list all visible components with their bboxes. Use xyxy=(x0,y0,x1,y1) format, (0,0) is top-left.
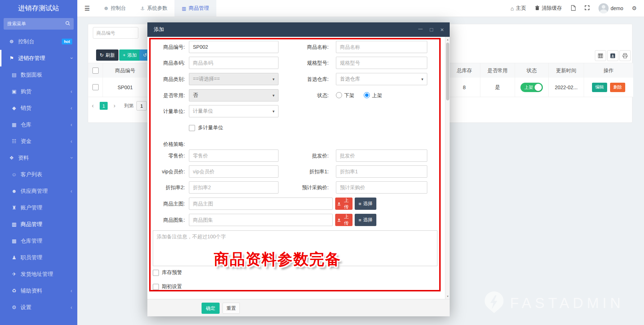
initial-setup-checkbox-row[interactable]: 期初设置 xyxy=(153,283,182,290)
fastadmin-watermark: FASTADMIN xyxy=(484,291,624,315)
col-common[interactable]: 是否常用 xyxy=(480,63,515,78)
caret-down-icon: ▾ xyxy=(421,77,423,82)
sidebar-item-sales[interactable]: ◆ 销货 ‹ xyxy=(0,100,77,116)
changelog-button[interactable] xyxy=(571,5,576,12)
main-image-upload-button[interactable]: 上传 xyxy=(335,198,353,210)
row-select-cell[interactable] xyxy=(88,78,103,97)
wholesale-input[interactable] xyxy=(336,150,427,162)
dashboard-icon: ☸ xyxy=(7,39,16,44)
add-button[interactable]: + 添加 xyxy=(119,49,141,61)
col-status[interactable]: 状态 xyxy=(515,63,549,78)
discount2-input[interactable] xyxy=(189,181,278,194)
edit-button[interactable]: 编辑 xyxy=(592,83,607,92)
multi-unit-checkbox-row[interactable]: 多计量单位 xyxy=(189,125,223,131)
scroll-up-icon[interactable]: ▲ xyxy=(445,38,450,41)
col-stock[interactable]: 总库存 xyxy=(449,63,480,78)
modal-titlebar[interactable]: 添加 — □ × xyxy=(147,22,450,37)
sidebar-item-suppliers[interactable]: ☻ 供应商管理 ‹ xyxy=(0,183,77,199)
cell-actions: 编辑 删除 xyxy=(584,78,633,97)
page-1-button[interactable]: 1 xyxy=(100,102,108,110)
chevron-left-icon: ‹ xyxy=(70,138,72,144)
main-image-choose-button[interactable]: ≡ 选择 xyxy=(355,198,376,210)
restore-icon[interactable]: □ xyxy=(430,27,433,33)
refresh-button[interactable]: ↻ 刷新 xyxy=(96,49,118,61)
category-select[interactable]: ==请选择== ▾ xyxy=(189,73,278,85)
sidebar-item-settings[interactable]: ⚙ 设置 ‹ xyxy=(0,299,77,316)
home-link[interactable]: ⌂ 主页 xyxy=(510,5,526,12)
next-page-icon[interactable]: › xyxy=(110,103,119,109)
columns-toggle-button[interactable] xyxy=(595,50,606,61)
reset-button[interactable]: 重置 xyxy=(222,303,240,314)
user-menu[interactable]: demo xyxy=(598,3,623,13)
sidebar-search[interactable]: 搜索菜单 xyxy=(4,18,74,30)
gallery-choose-button[interactable]: ≡ 选择 xyxy=(355,214,376,226)
table-header-right: 总库存 是否常用 状态 更新时间 操作 xyxy=(448,63,633,78)
retail-input[interactable] xyxy=(189,150,278,162)
scroll-down-icon[interactable]: ▼ xyxy=(445,295,450,298)
vip-input[interactable] xyxy=(189,165,278,178)
discount1-input[interactable] xyxy=(336,165,427,178)
main-image-input[interactable] xyxy=(189,198,333,210)
select-all-cell[interactable] xyxy=(88,63,103,78)
sidebar-item-goods[interactable]: ▥ 商品管理 xyxy=(0,216,77,233)
choose-label: 选择 xyxy=(363,217,372,223)
minimize-icon[interactable]: — xyxy=(418,27,423,33)
gallery-input[interactable] xyxy=(189,214,333,226)
stock-warning-checkbox-row[interactable]: 库存预警 xyxy=(153,269,182,276)
sidebar-item-customers[interactable]: ☺ 客户列表 xyxy=(0,166,77,183)
initial-setup-checkbox[interactable] xyxy=(153,284,159,290)
sidebar-item-shipping-address[interactable]: ✈ 发货地址管理 xyxy=(0,266,77,282)
scrollbar-thumb[interactable] xyxy=(446,43,449,100)
category-label: 商品类别: xyxy=(150,73,185,85)
fullscreen-button[interactable] xyxy=(584,5,590,12)
settings-menu[interactable]: ⚙ xyxy=(632,5,637,12)
print-button[interactable] xyxy=(619,50,631,61)
sidebar-item-staff[interactable]: ♟ 职员管理 xyxy=(0,249,77,266)
common-select[interactable]: 否 ▾ xyxy=(189,89,278,101)
sidebar-item-warehouse-mgmt[interactable]: ▩ 仓库管理 xyxy=(0,233,77,249)
unit-select[interactable]: 计量单位 ▾ xyxy=(189,105,278,117)
book-icon: ▥ xyxy=(182,6,186,11)
sidebar-item-auxiliary[interactable]: ♻ 辅助资料 ‹ xyxy=(0,282,77,299)
sidebar-item-data-panel[interactable]: ▤ 数据面板 xyxy=(0,66,77,83)
modal-scrollbar[interactable]: ▲ ▼ xyxy=(445,37,450,299)
radio-off-shelf[interactable]: 下架 xyxy=(336,92,354,99)
sidebar-item-invoicing[interactable]: ⚑ 进销存管理 ‹ xyxy=(0,50,77,66)
sku-search-input[interactable] xyxy=(93,27,138,39)
gallery-upload-button[interactable]: 上传 xyxy=(335,214,353,226)
barcode-input[interactable] xyxy=(189,57,278,69)
col-updated[interactable]: 更新时间 xyxy=(549,63,584,78)
tab-system-params[interactable]: ⚓ 系统参数 xyxy=(133,0,175,17)
radio-on-shelf[interactable]: 上架 xyxy=(364,92,382,99)
remark-textarea[interactable] xyxy=(153,230,437,266)
sidebar-item-purchase[interactable]: ▣ 购货 ‹ xyxy=(0,83,77,100)
est-purchase-input[interactable] xyxy=(336,181,427,194)
stock-warning-checkbox[interactable] xyxy=(153,270,159,276)
tab-goods-mgmt[interactable]: ▥ 商品管理 xyxy=(174,0,216,17)
confirm-button[interactable]: 确定 xyxy=(202,303,220,314)
sidebar-item-materials[interactable]: ❖ 资料 ‹ xyxy=(0,150,77,166)
select-all-checkbox[interactable] xyxy=(92,68,99,74)
delete-button[interactable]: 删除 xyxy=(610,83,625,92)
sidebar-item-dashboard[interactable]: ☸ 控制台 hot xyxy=(0,33,77,50)
export-button[interactable] xyxy=(607,50,618,61)
prev-page-icon[interactable]: ‹ xyxy=(88,103,98,109)
warehouse-select[interactable]: 首选仓库 ▾ xyxy=(336,73,427,85)
upload-icon xyxy=(337,218,341,222)
sku-label: 商品编号: xyxy=(150,41,185,53)
sidebar-item-accounts[interactable]: ♜ 账户管理 xyxy=(0,199,77,216)
name-input[interactable] xyxy=(336,41,427,53)
close-icon[interactable]: × xyxy=(440,27,444,33)
sku-input[interactable] xyxy=(189,41,278,53)
clear-cache-link[interactable]: 清除缓存 xyxy=(535,5,562,12)
spec-input[interactable] xyxy=(336,57,427,69)
goto-page-input[interactable] xyxy=(137,101,147,110)
status-toggle[interactable]: 上架 xyxy=(520,83,543,92)
tab-dashboard[interactable]: ☸ 控制台 xyxy=(97,0,133,17)
col-sku[interactable]: 商品编号 xyxy=(103,63,148,78)
sidebar-item-warehouse[interactable]: ▦ 仓库 ‹ xyxy=(0,116,77,133)
menu-toggle-icon[interactable]: ☰ xyxy=(77,0,97,17)
sidebar-item-funds[interactable]: ☷ 资金 ‹ xyxy=(0,133,77,150)
multi-unit-checkbox[interactable] xyxy=(189,125,195,131)
row-checkbox[interactable] xyxy=(92,84,99,90)
